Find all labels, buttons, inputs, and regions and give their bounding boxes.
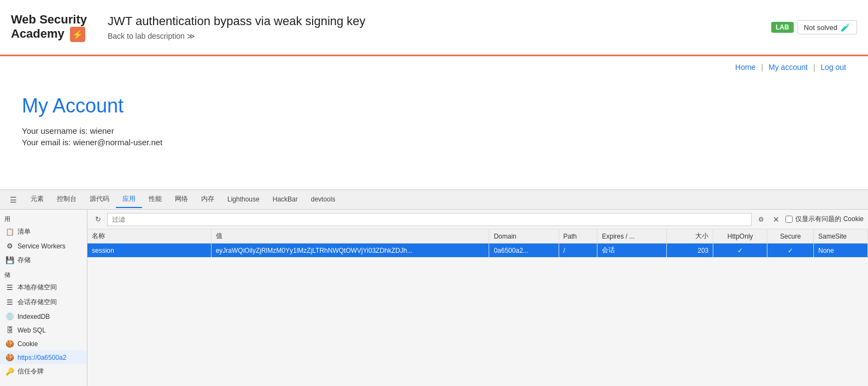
username-text: Your username is: wiener bbox=[22, 126, 846, 135]
nav-my-account[interactable]: My account bbox=[763, 63, 813, 72]
nav-bar: Home | My account | Log out bbox=[0, 56, 868, 78]
lab-badge: LAB bbox=[771, 22, 794, 33]
lab-title: JWT authentication bypass via weak signi… bbox=[108, 14, 771, 28]
flask-icon: 🧪 bbox=[841, 23, 850, 32]
back-link[interactable]: Back to lab description ≫ bbox=[108, 32, 771, 40]
top-header: Web Security Academy ⚡ JWT authenticatio… bbox=[0, 0, 868, 55]
logo-area: Web Security Academy ⚡ bbox=[11, 13, 91, 43]
lab-status-area: LAB Not solved 🧪 bbox=[771, 20, 857, 34]
logo-line1: Web Security bbox=[11, 13, 87, 26]
logo-icon: ⚡ bbox=[70, 27, 85, 42]
email-text: Your email is: wiener@normal-user.net bbox=[22, 138, 846, 147]
not-solved-button[interactable]: Not solved 🧪 bbox=[797, 20, 857, 34]
lab-title-area: JWT authentication bypass via weak signi… bbox=[108, 14, 771, 40]
my-account-title: My Account bbox=[22, 94, 846, 117]
nav-home[interactable]: Home bbox=[730, 63, 761, 72]
logo-line2: Academy bbox=[11, 27, 64, 40]
nav-log-out[interactable]: Log out bbox=[815, 63, 852, 72]
logo-text: Web Security Academy ⚡ bbox=[11, 13, 87, 43]
not-solved-label: Not solved bbox=[804, 23, 837, 32]
website-content: My Account Your username is: wiener Your… bbox=[0, 78, 868, 158]
